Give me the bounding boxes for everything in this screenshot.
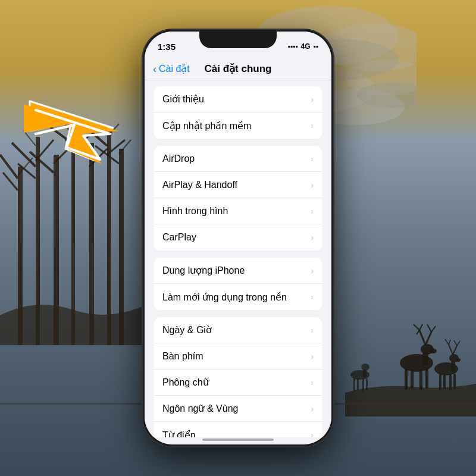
settings-item-airplay[interactable]: AirPlay & Handoff › xyxy=(154,172,322,198)
chevron-icon: › xyxy=(311,206,314,216)
item-label-pip: Hình trong hình xyxy=(162,206,228,217)
svg-rect-58 xyxy=(443,374,446,389)
svg-line-49 xyxy=(425,332,431,345)
svg-line-61 xyxy=(449,345,453,355)
settings-item-cap-nhat[interactable]: Cập nhật phần mềm › xyxy=(154,112,322,139)
settings-group-1: Giới thiệu › Cập nhật phần mềm › xyxy=(154,86,322,139)
svg-point-69 xyxy=(361,364,369,371)
svg-rect-71 xyxy=(357,378,359,390)
svg-rect-44 xyxy=(419,369,422,390)
svg-line-52 xyxy=(416,330,419,334)
settings-item-gioi-thieu[interactable]: Giới thiệu › xyxy=(154,86,322,112)
chevron-icon: › xyxy=(311,430,314,437)
back-chevron-icon: ‹ xyxy=(153,64,156,74)
chevron-icon: › xyxy=(311,154,314,164)
item-label-fonts: Phông chữ xyxy=(162,377,209,388)
svg-rect-68 xyxy=(363,369,367,377)
chevron-icon: › xyxy=(311,95,314,104)
back-button[interactable]: ‹ Cài đặt xyxy=(153,63,190,74)
svg-line-47 xyxy=(414,324,419,330)
chevron-icon: › xyxy=(311,180,314,190)
svg-line-46 xyxy=(419,330,425,345)
notch xyxy=(199,32,277,48)
svg-rect-57 xyxy=(439,374,441,390)
status-time: 1:35 xyxy=(158,42,176,52)
settings-item-picture-in-picture[interactable]: Hình trong hình › xyxy=(154,198,322,224)
svg-rect-54 xyxy=(451,361,455,371)
battery-icon: ▪▪ xyxy=(313,42,318,51)
chevron-icon: › xyxy=(311,352,314,361)
chevron-icon: › xyxy=(311,292,314,302)
back-label: Cài đặt xyxy=(159,63,190,74)
svg-rect-43 xyxy=(411,369,414,389)
settings-item-background-refresh[interactable]: Làm mới ứng dụng trong nền › xyxy=(154,284,322,310)
svg-line-17 xyxy=(0,155,18,178)
svg-rect-72 xyxy=(362,378,364,392)
svg-line-65 xyxy=(454,340,457,346)
settings-content: Giới thiệu › Cập nhật phần mềm › AirDrop… xyxy=(145,80,331,437)
settings-item-storage[interactable]: Dung lượng iPhone › xyxy=(154,258,322,284)
chevron-icon: › xyxy=(311,378,314,387)
network-label: 4G xyxy=(300,42,310,51)
settings-item-airdrop[interactable]: AirDrop › xyxy=(154,146,322,172)
item-label-language: Ngôn ngữ & Vùng xyxy=(162,403,238,414)
item-label-gioi-thieu: Giới thiệu xyxy=(162,93,204,105)
settings-group-2: AirDrop › AirPlay & Handoff › Hình trong… xyxy=(154,146,322,250)
arrow-annotation xyxy=(18,95,137,167)
svg-line-51 xyxy=(431,326,436,332)
chevron-icon: › xyxy=(311,325,314,335)
item-label-datetime: Ngày & Giờ xyxy=(162,324,212,336)
item-label-bg-refresh: Làm mới ứng dụng trong nền xyxy=(162,292,287,303)
phone-frame: 1:35 ▪▪▪▪ 4G ▪▪ ‹ Cài đặt Cài đặt chung … xyxy=(143,30,333,446)
settings-item-datetime[interactable]: Ngày & Giờ › xyxy=(154,317,322,343)
svg-line-63 xyxy=(449,340,450,345)
status-icons: ▪▪▪▪ 4G ▪▪ xyxy=(287,42,318,51)
svg-line-48 xyxy=(419,324,422,330)
item-label-cap-nhat: Cập nhật phần mềm xyxy=(162,120,251,131)
chevron-icon: › xyxy=(311,404,314,414)
settings-item-keyboard[interactable]: Bàn phím › xyxy=(154,343,322,369)
item-label-airplay: AirPlay & Handoff xyxy=(162,180,237,190)
item-label-keyboard: Bàn phím xyxy=(162,351,203,362)
svg-rect-45 xyxy=(425,369,428,389)
item-label-carplay: CarPlay xyxy=(162,232,196,243)
svg-rect-60 xyxy=(453,374,456,389)
svg-line-64 xyxy=(453,346,457,355)
signal-icon: ▪▪▪▪ xyxy=(287,42,298,51)
item-label-dictionary: Từ điển xyxy=(162,430,196,438)
svg-rect-73 xyxy=(366,378,368,390)
item-label-storage: Dung lượng iPhone xyxy=(162,265,245,276)
svg-rect-42 xyxy=(405,369,408,390)
settings-group-4: Ngày & Giờ › Bàn phím › Phông chữ › Ngôn… xyxy=(154,317,322,437)
settings-item-dictionary[interactable]: Từ điển › xyxy=(154,422,322,437)
settings-group-3: Dung lượng iPhone › Làm mới ứng dụng tro… xyxy=(154,258,322,310)
chevron-icon: › xyxy=(311,233,314,242)
svg-point-56 xyxy=(456,358,461,362)
settings-item-language[interactable]: Ngôn ngữ & Vùng › xyxy=(154,396,322,422)
page-title: Cài đặt chung xyxy=(205,62,272,75)
svg-line-50 xyxy=(427,324,431,332)
home-indicator xyxy=(202,439,274,441)
item-label-airdrop: AirDrop xyxy=(162,154,195,164)
settings-item-carplay[interactable]: CarPlay › xyxy=(154,224,322,250)
svg-rect-70 xyxy=(353,378,355,392)
svg-line-62 xyxy=(445,339,449,345)
deer-silhouettes xyxy=(345,298,476,416)
phone-inner: 1:35 ▪▪▪▪ 4G ▪▪ ‹ Cài đặt Cài đặt chung … xyxy=(145,32,331,444)
chevron-icon: › xyxy=(311,266,314,275)
settings-item-fonts[interactable]: Phông chữ › xyxy=(154,369,322,396)
svg-point-41 xyxy=(430,349,437,353)
svg-point-67 xyxy=(350,370,369,380)
svg-rect-59 xyxy=(449,374,452,390)
chevron-icon: › xyxy=(311,121,314,130)
nav-bar: ‹ Cài đặt Cài đặt chung xyxy=(145,58,331,80)
trees-left xyxy=(0,48,143,345)
svg-line-66 xyxy=(457,341,460,346)
